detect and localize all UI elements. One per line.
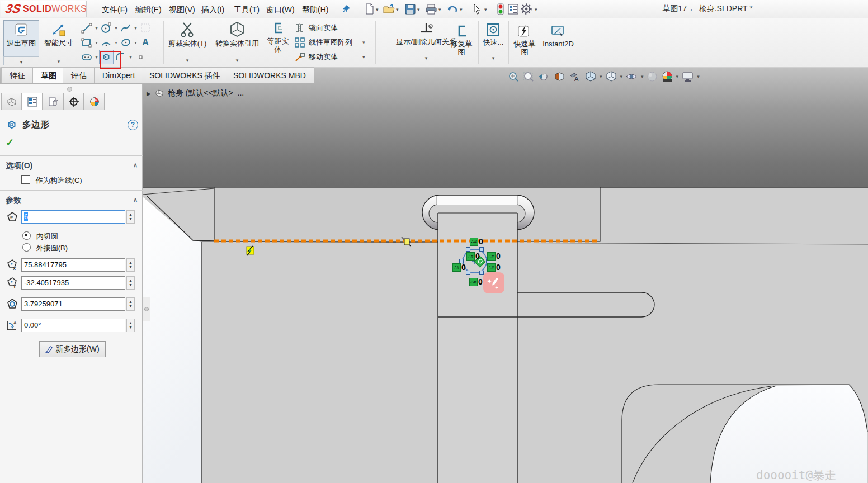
new-polygon-button[interactable]: 新多边形(W) [39, 341, 106, 357]
relation-badge[interactable]: ∴# 0 [470, 238, 483, 246]
parameters-header[interactable]: 参数 [6, 196, 21, 206]
settings-gear-icon[interactable] [520, 2, 532, 16]
exit-sketch-button[interactable]: 退出草图 [3, 20, 39, 57]
relation-badge[interactable]: ∴# 0 [487, 263, 501, 272]
tab-addins[interactable]: SOLIDWORKS 插件 [141, 67, 229, 83]
apply-scene-caret[interactable]: ▾ [676, 74, 679, 79]
save-caret[interactable]: ▾ [417, 7, 420, 12]
select-caret[interactable]: ▾ [484, 7, 487, 12]
rectangle-tool[interactable] [79, 35, 94, 50]
slot-tool[interactable] [79, 50, 94, 64]
arc-caret[interactable]: ▾ [114, 40, 119, 45]
settings-caret[interactable]: ▾ [535, 7, 537, 12]
circle-diameter-input[interactable]: 3.79259071 [21, 297, 125, 311]
view-orientation-icon[interactable] [584, 70, 597, 83]
offset-entities-button[interactable]: 等距实体 [265, 21, 291, 54]
tab-mbd[interactable]: SOLIDWORKS MBD [225, 67, 314, 83]
hide-show-caret[interactable]: ▾ [641, 74, 644, 79]
slot-caret[interactable]: ▾ [94, 55, 99, 60]
view-orientation-caret[interactable]: ▾ [600, 74, 602, 79]
panel-splitter-handle[interactable] [143, 297, 150, 321]
move-entities-button[interactable]: 移动实体 [294, 51, 338, 63]
trim-flyout[interactable]: ▾ [167, 55, 208, 63]
linear-pattern-caret[interactable]: ▾ [362, 40, 365, 45]
view-settings-caret[interactable]: ▾ [697, 74, 700, 79]
exit-sketch-flyout[interactable]: ▾ [3, 56, 39, 65]
section-view-icon[interactable] [553, 71, 566, 83]
inscribed-radio-row[interactable]: 内切圆 [22, 231, 58, 242]
help-icon[interactable]: ? [128, 120, 138, 130]
relation-badge[interactable]: ∴# 0 [469, 278, 483, 286]
circumscribed-radio-row[interactable]: 外接圆(B) [22, 243, 68, 253]
new-document-caret[interactable]: ▾ [376, 7, 379, 12]
circle-caret[interactable]: ▾ [114, 26, 119, 31]
options-collapse-chevron[interactable]: ∧ [133, 162, 138, 169]
inscribed-radio[interactable] [22, 231, 31, 240]
display-style-icon[interactable] [605, 70, 617, 83]
center-y-input[interactable]: -32.40517935 [21, 276, 125, 290]
sides-spinner[interactable]: ▴▾ [126, 210, 135, 224]
point-tool[interactable] [133, 50, 148, 64]
move-entities-caret[interactable]: ▾ [362, 54, 365, 60]
display-manager-tab[interactable] [84, 93, 105, 110]
open-icon[interactable] [383, 2, 395, 16]
configuration-manager-tab[interactable] [43, 93, 63, 110]
annotation-view-icon[interactable]: A [569, 71, 582, 83]
feature-manager-tab[interactable] [1, 93, 22, 110]
circle-tool[interactable] [99, 21, 114, 35]
menu-file[interactable]: 文件(F) [98, 3, 131, 16]
circle-diameter-spinner[interactable]: ▴▾ [126, 297, 135, 311]
relation-badge[interactable]: ∴# 0 [452, 263, 466, 272]
ellipse-caret[interactable]: ▾ [133, 40, 138, 45]
tab-sketch[interactable]: 草图 [32, 67, 65, 83]
instant2d-button[interactable]: Instant2D [538, 24, 578, 48]
zoom-area-icon[interactable] [522, 71, 535, 83]
smart-dimension-button[interactable]: 智能尺寸 [41, 20, 76, 56]
menu-help[interactable]: 帮助(H) [299, 3, 332, 16]
convert-flyout[interactable]: ▾ [210, 55, 264, 63]
quick-snaps-flyout[interactable]: ▾ [480, 53, 507, 61]
fillet-caret[interactable]: ▾ [128, 55, 133, 60]
center-x-input[interactable]: 75.88417795 [21, 258, 125, 272]
rectangle-caret[interactable]: ▾ [94, 40, 99, 45]
rapid-sketch-button[interactable]: 快速草图 [510, 24, 539, 56]
trim-entities-button[interactable]: 剪裁实体(T) [167, 21, 208, 48]
apply-scene-icon[interactable] [661, 70, 673, 83]
sides-count-input[interactable]: 6 [21, 210, 125, 224]
convert-entities-button[interactable]: 转换实体引用 [210, 21, 264, 48]
property-manager-tab[interactable] [22, 93, 43, 110]
tab-dimxpert[interactable]: DimXpert [94, 67, 143, 83]
circumscribed-radio[interactable] [22, 243, 31, 252]
flyout-arrow-icon[interactable]: ▶ [147, 91, 151, 97]
menu-edit[interactable]: 编辑(E) [132, 3, 165, 16]
save-icon[interactable] [404, 2, 416, 16]
relation-badge[interactable]: ∴# 0 [487, 252, 501, 261]
breadcrumb[interactable]: ▶ 枪身 (默认<<默认>_... [147, 88, 244, 98]
annotation-pen-overlay-icon[interactable] [483, 272, 504, 293]
view-settings-icon[interactable] [681, 71, 694, 83]
arc-tool[interactable] [99, 35, 114, 50]
text-tool[interactable]: A [138, 35, 153, 50]
mirror-entities-button[interactable]: 镜向实体 [294, 22, 338, 34]
tab-features[interactable]: 特征 [1, 67, 34, 83]
line-caret[interactable]: ▾ [94, 26, 99, 31]
print-caret[interactable]: ▾ [438, 7, 441, 12]
print-icon[interactable] [425, 2, 437, 16]
menu-view[interactable]: 视图(V) [166, 3, 199, 16]
menu-insert[interactable]: 插入(I) [198, 3, 228, 16]
options-list-icon[interactable] [507, 2, 519, 16]
panel-resize-dot[interactable] [67, 87, 72, 92]
angle-input[interactable]: 0.00° [21, 319, 125, 332]
ellipse-tool[interactable] [119, 35, 133, 50]
undo-caret[interactable]: ▾ [460, 7, 463, 12]
hide-show-items-icon[interactable] [625, 71, 638, 83]
tab-evaluate[interactable]: 评估 [63, 67, 95, 83]
edit-appearance-icon[interactable] [647, 71, 658, 83]
ok-check-button[interactable]: ✓ [6, 136, 14, 149]
spline-tool[interactable] [119, 21, 133, 35]
repair-sketch-button[interactable]: 修复草图 [445, 24, 478, 56]
center-y-spinner[interactable]: ▴▾ [126, 276, 135, 290]
select-cursor-icon[interactable] [471, 2, 483, 16]
menu-tools[interactable]: 工具(T) [230, 3, 263, 16]
previous-view-icon[interactable] [537, 71, 550, 83]
